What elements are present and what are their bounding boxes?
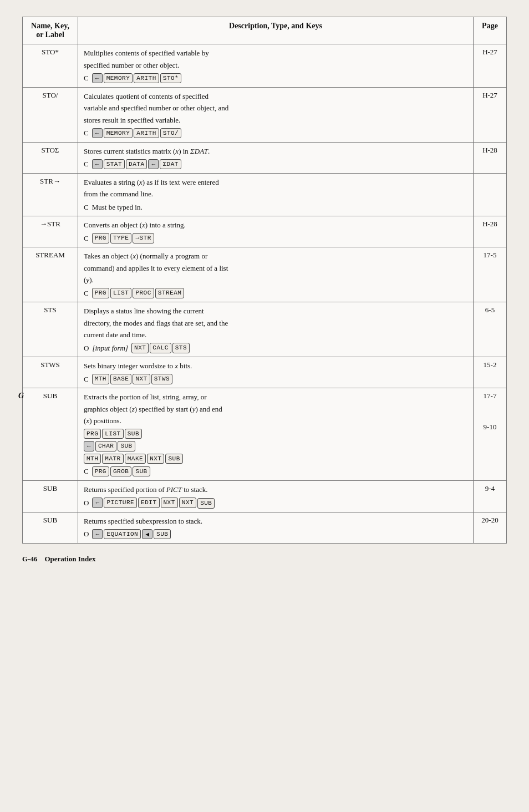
page-cell: H-28 <box>474 142 507 173</box>
desc-line: variable and specified number or other o… <box>84 103 467 114</box>
key-badge: EDIT <box>138 498 159 508</box>
desc-text: Evaluates a string (x) as if its text we… <box>84 177 467 200</box>
page-value-2: 9-10 <box>479 423 501 432</box>
key-row: CPRGTYPE→STR <box>84 233 467 244</box>
key-row: CMust be typed in. <box>84 202 467 213</box>
table-row: STREAMTakes an object (x) (normally a pr… <box>23 247 507 302</box>
name-cell: STO* <box>23 44 78 88</box>
key-row: O[input form]NXTCALCSTS <box>84 343 467 354</box>
key-badge: ← <box>92 128 103 139</box>
key-badge: MEMORY <box>104 128 133 139</box>
table-row: SUBReturns specified subexpression to st… <box>23 512 507 543</box>
desc-cell: Takes an object (x) (normally a program … <box>78 247 474 302</box>
keys-text: Must be typed in. <box>92 202 143 213</box>
page-cell: 17-79-10 <box>474 388 507 481</box>
desc-line: (x) positions. <box>84 415 467 427</box>
desc-text: Extracts the portion of list, string, ar… <box>84 392 467 427</box>
key-badge: CALC <box>150 343 171 353</box>
desc-text: Displays a status line showing the curre… <box>84 306 467 341</box>
key-badge: ARITH <box>134 73 159 84</box>
desc-line: stores result in specified variable. <box>84 115 467 126</box>
name-cell: STS <box>23 302 78 357</box>
name-cell: STR→ <box>23 173 78 216</box>
desc-line: Multiplies contents of specified variabl… <box>84 48 467 59</box>
desc-cell: Evaluates a string (x) as if its text we… <box>78 173 474 216</box>
desc-line: Calculates quotient of contents of speci… <box>84 91 467 102</box>
table-row: →STRConverts an object (x) into a string… <box>23 216 507 247</box>
desc-text: Multiplies contents of specified variabl… <box>84 48 467 70</box>
page-cell: 17-5 <box>474 247 507 302</box>
key-row: C←STATDATA←ΣDAT <box>84 159 467 170</box>
desc-cell: Displays a status line showing the curre… <box>78 302 474 357</box>
key-row: C←MEMORYARITHSTO* <box>84 73 467 84</box>
key-row: PRGLISTSUB <box>84 429 467 439</box>
key-badge: SUB <box>125 429 142 439</box>
key-badge: PRG <box>84 429 101 439</box>
desc-line: current date and time. <box>84 329 467 341</box>
desc-line: Returns specified subexpression to stack… <box>84 516 467 527</box>
desc-text: Takes an object (x) (normally a program … <box>84 251 467 286</box>
key-badge: MAKE <box>125 454 146 464</box>
desc-line: Returns specified portion of PICT to sta… <box>84 484 467 495</box>
key-row: O←EQUATION◄SUB <box>84 529 467 540</box>
key-badge: NXT <box>179 498 196 508</box>
type-label: C <box>84 374 89 385</box>
desc-cell: Converts an object (x) into a string.CPR… <box>78 216 474 247</box>
footer-title: Operation Index <box>44 555 95 563</box>
key-prefix: [input form] <box>92 343 128 354</box>
key-badge: STREAM <box>155 288 185 298</box>
desc-text: Sets binary integer wordsize to x bits. <box>84 361 467 372</box>
name-cell: STO/ <box>23 87 78 142</box>
key-row: C←MEMORYARITHSTO/ <box>84 128 467 139</box>
desc-line: Converts an object (x) into a string. <box>84 220 467 231</box>
desc-text: Returns specified portion of PICT to sta… <box>84 484 467 495</box>
type-label: C <box>84 202 89 213</box>
key-row: MTHMATRMAKENXTSUB <box>84 454 467 464</box>
desc-line: directory, the modes and flags that are … <box>84 318 467 329</box>
key-badge: ← <box>92 498 103 508</box>
table-row: STO/Calculates quotient of contents of s… <box>23 87 507 142</box>
key-badge: PRG <box>92 288 109 298</box>
key-badge: EQUATION <box>104 529 141 540</box>
name-cell: GSUB <box>23 388 78 481</box>
name-cell: →STR <box>23 216 78 247</box>
desc-cell: Extracts the portion of list, string, ar… <box>78 388 474 481</box>
key-badge: NXT <box>133 374 150 384</box>
desc-line: graphics object (z) specified by start (… <box>84 404 467 415</box>
name-cell: STWS <box>23 357 78 388</box>
key-badge: SUB <box>118 441 135 451</box>
key-badge: MTH <box>84 454 101 464</box>
table-row: SUBReturns specified portion of PICT to … <box>23 480 507 512</box>
key-row: CMTHBASENXTSTWS <box>84 374 467 385</box>
desc-line: (y). <box>84 275 467 286</box>
type-label: C <box>84 128 89 139</box>
table-row: STOΣStores current statistics matrix (x)… <box>23 142 507 173</box>
desc-line: specified number or other object. <box>84 60 467 71</box>
key-badge: BASE <box>110 374 131 384</box>
key-badge: ← <box>92 159 103 170</box>
key-badge: STO* <box>160 73 181 84</box>
page-cell: H-27 <box>474 87 507 142</box>
desc-line: from the command line. <box>84 189 467 200</box>
key-badge: PRG <box>92 466 109 477</box>
page-cell: 20-20 <box>474 512 507 543</box>
key-row: CPRGLISTPROCSTREAM <box>84 288 467 299</box>
table-row: STO*Multiplies contents of specified var… <box>23 44 507 88</box>
key-badge: NXT <box>131 343 149 353</box>
key-badge: TYPE <box>110 233 131 243</box>
desc-line: Evaluates a string (x) as if its text we… <box>84 177 467 188</box>
key-badge: SUB <box>154 529 171 540</box>
key-badge: LIST <box>110 288 131 298</box>
entry-name: SUB <box>43 392 57 400</box>
key-badge: PICTURE <box>104 498 137 508</box>
main-table: Name, Key, or Label Description, Type, a… <box>22 17 507 544</box>
table-row: GSUBExtracts the portion of list, string… <box>23 388 507 481</box>
type-label: C <box>84 466 89 477</box>
key-badge: NXT <box>147 454 164 464</box>
footer-page-label: G-46 <box>22 555 37 563</box>
type-label: O <box>84 529 89 540</box>
key-badge: ΣDAT <box>160 159 181 170</box>
key-badge: STS <box>172 343 190 353</box>
key-badge: DATA <box>126 159 147 170</box>
key-badge: SUB <box>165 454 182 464</box>
